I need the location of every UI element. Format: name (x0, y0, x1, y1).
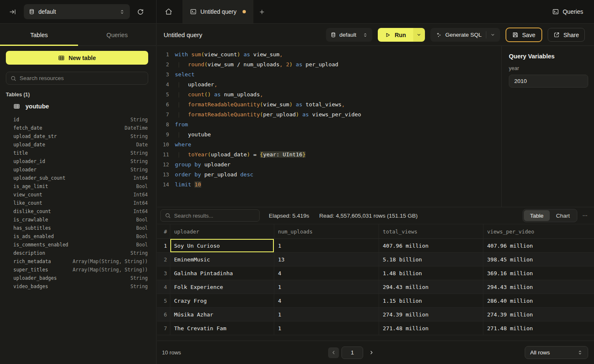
new-tab-button[interactable] (259, 9, 265, 15)
table-cell[interactable]: Crazy Frog (170, 294, 274, 308)
code-text: with sum(view_count) as view_sum, (175, 51, 283, 58)
column-header[interactable]: num_uploads (274, 224, 379, 238)
code-token: ) (247, 151, 250, 158)
column-header[interactable]: views_per_video (483, 224, 594, 238)
table-cell[interactable]: 1 (274, 280, 379, 294)
chevron-down-icon[interactable] (490, 33, 495, 37)
table-cell[interactable]: 1 (274, 308, 379, 321)
refresh-icon[interactable] (137, 8, 144, 15)
page-number-input[interactable]: 1 (341, 346, 363, 359)
database-icon (331, 32, 336, 38)
table-row: 2EminemMusic135.18 billion398.45 million (157, 253, 594, 266)
table-cell[interactable]: 13 (274, 253, 379, 266)
schema-column-row: is_age_limitBool (0, 182, 157, 191)
table-cell[interactable]: 398.45 million (483, 253, 594, 266)
tab-queries-label: Queries (106, 32, 128, 38)
view-toggle-chart[interactable]: Chart (550, 210, 576, 221)
generate-sql-button[interactable]: Generate SQL (430, 28, 500, 42)
table-cell[interactable]: 1.48 billion (379, 266, 483, 280)
table-cell[interactable]: 407.96 million (379, 239, 483, 253)
code-token: where (175, 141, 191, 148)
table-cell[interactable]: Soy Un Curioso (170, 239, 274, 253)
database-selector[interactable]: default (24, 4, 130, 19)
code-token: desc (240, 171, 253, 178)
code-token: as (243, 51, 250, 58)
variable-input[interactable] (509, 75, 588, 88)
table-cell[interactable]: 369.16 million (483, 266, 594, 280)
table-cell[interactable]: 271.48 million (379, 321, 483, 335)
toolbar-database-selector[interactable]: default (326, 28, 373, 42)
table-cell[interactable]: 4 (274, 266, 379, 280)
more-options-icon[interactable]: ⋯ (582, 213, 588, 218)
code-text: formatReadableQuantity(view_sum) as tota… (175, 101, 345, 108)
tab-untitled-query[interactable]: Untitled query (182, 0, 253, 23)
table-row: 1Soy Un Curioso1407.96 million407.96 mil… (157, 239, 594, 253)
schema-column-row: view_countInt64 (0, 191, 157, 199)
table-cell[interactable]: 1 (274, 239, 379, 253)
code-token: per_upload (263, 111, 296, 118)
table-cell[interactable]: 407.96 million (483, 239, 594, 253)
home-icon[interactable] (160, 8, 177, 15)
run-options-button[interactable] (413, 28, 425, 42)
sidebar-tab-tables[interactable]: Tables (0, 24, 78, 45)
column-type: String (130, 150, 148, 156)
view-toggle-table[interactable]: Table (524, 210, 550, 221)
table-cell[interactable]: 4 (274, 294, 379, 308)
share-icon (554, 32, 560, 38)
line-number: 5 (157, 91, 169, 98)
page-size-select[interactable]: All rows (525, 346, 588, 359)
column-type: Int64 (133, 208, 148, 214)
table-cell[interactable]: Folk Experience (170, 280, 274, 294)
code-token (293, 61, 296, 68)
code-text: round(view_sum / num_uploads, 2) as per_… (175, 61, 338, 68)
sql-editor[interactable]: 1with sum(view_count) as view_sum,2 roun… (157, 46, 501, 207)
table-cell[interactable]: 5.18 billion (379, 253, 483, 266)
table-cell[interactable]: 294.43 million (379, 280, 483, 294)
column-name: uploader (13, 167, 36, 173)
column-type: Bool (136, 183, 148, 189)
column-name: uploader_id (13, 158, 45, 164)
code-token: with (175, 51, 191, 58)
sidebar-table-youtube[interactable]: youtube (6, 101, 49, 112)
schema-column-row: uploader_badgesString (0, 274, 157, 282)
column-name: is_comments_enabled (13, 242, 68, 248)
queries-button[interactable]: Queries (552, 8, 583, 15)
code-token (293, 101, 296, 108)
code-token: sum (191, 51, 201, 58)
column-name: is_ads_enabled (13, 233, 54, 239)
table-cell[interactable]: Músika Azhar (170, 308, 274, 321)
search-results-input[interactable] (174, 213, 255, 219)
table-cell[interactable]: Galinha Pintadinha (170, 266, 274, 280)
column-type: Date (136, 142, 148, 148)
chevron-right-icon[interactable] (369, 350, 374, 355)
page-size-value: All rows (530, 349, 550, 356)
row-number: 5 (157, 294, 170, 308)
column-header[interactable]: uploader (170, 224, 274, 238)
save-button[interactable]: Save (506, 28, 542, 42)
run-button[interactable]: Run (378, 28, 413, 42)
line-number: 9 (157, 131, 169, 138)
table-cell[interactable]: The Crevatin Fam (170, 321, 274, 335)
row-number-header[interactable]: # (157, 224, 170, 238)
schema-column-row: video_badgesString (0, 282, 157, 291)
table-cell[interactable]: 286.40 million (483, 294, 594, 308)
table-cell[interactable]: 1 (274, 321, 379, 335)
new-table-button[interactable]: New table (6, 51, 148, 65)
schema-column-row: rich_metadataArray(Map(String, String)) (0, 257, 157, 266)
table-cell[interactable]: 274.39 million (483, 308, 594, 321)
variable-label: year (509, 65, 588, 71)
column-header[interactable]: total_views (379, 224, 483, 238)
collapse-sidebar-icon[interactable] (9, 8, 16, 15)
line-number: 12 (157, 161, 169, 168)
table-cell[interactable]: EminemMusic (170, 253, 274, 266)
sidebar-tab-queries[interactable]: Queries (78, 24, 156, 45)
table-cell[interactable]: 274.39 million (379, 308, 483, 321)
share-button[interactable]: Share (548, 28, 585, 42)
search-resources-input[interactable] (20, 75, 144, 81)
chevron-left-icon[interactable] (328, 347, 339, 358)
schema-column-list: idStringfetch_dateDateTimeupload_date_st… (0, 115, 157, 291)
table-cell[interactable]: 1.15 billion (379, 294, 483, 308)
table-cell[interactable]: 271.48 million (483, 321, 594, 335)
code-token: total_views (302, 101, 341, 108)
table-cell[interactable]: 294.43 million (483, 280, 594, 294)
